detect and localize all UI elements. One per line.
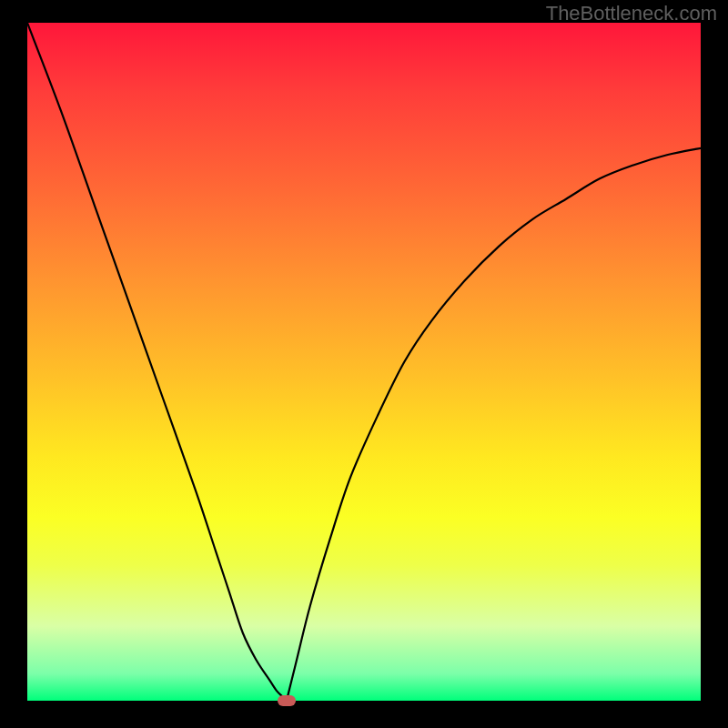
- minimum-marker: [278, 695, 296, 706]
- watermark-text: TheBottleneck.com: [546, 2, 717, 25]
- right-branch-path: [287, 148, 701, 701]
- chart-curve-svg: [27, 23, 701, 701]
- left-branch-path: [27, 23, 287, 701]
